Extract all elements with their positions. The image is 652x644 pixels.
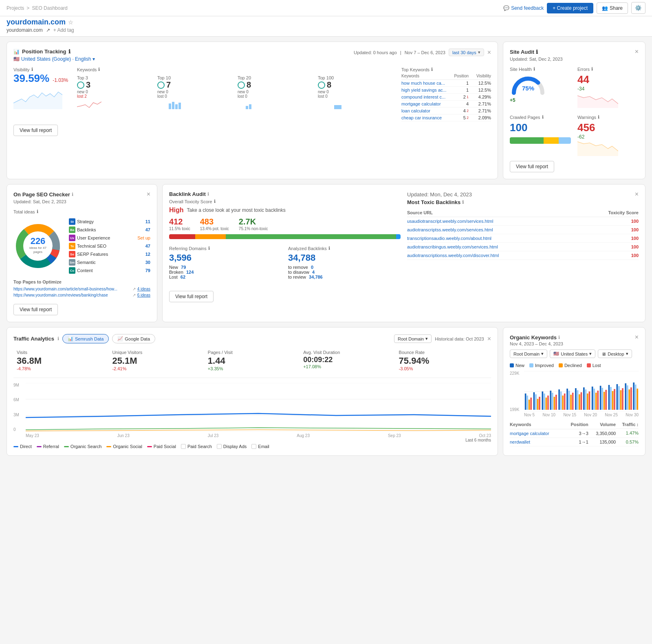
sa-updated: Updated: Sat, Dec 2, 2023 bbox=[510, 57, 639, 62]
page-ideas-link[interactable]: 6 ideas bbox=[137, 293, 150, 297]
toxic-link[interactable]: audiotranscriptionss.weebly.com/discover… bbox=[407, 253, 499, 258]
ok-new-legend: New bbox=[510, 363, 524, 368]
pt-view-full-report-button[interactable]: View full report bbox=[13, 125, 58, 136]
toxic-link[interactable]: audiotranscribingus.weebly.com/services.… bbox=[407, 244, 498, 249]
ideas-info-icon[interactable]: ℹ bbox=[37, 209, 38, 214]
breadcrumb-projects[interactable]: Projects bbox=[7, 5, 24, 11]
visibility-info-icon[interactable]: ℹ bbox=[31, 67, 33, 72]
visibility-label: Visibility ℹ bbox=[13, 67, 70, 72]
create-project-button[interactable]: + Create project bbox=[547, 3, 593, 13]
settings-button[interactable]: ⚙️ bbox=[631, 2, 645, 14]
ok-country-filter[interactable]: 🇺🇸 United States ▾ bbox=[550, 349, 595, 358]
ok-table-row: mortgage calculator 3→3 3,350,000 1.47% bbox=[510, 429, 639, 437]
ba-tox-info-icon[interactable]: ℹ bbox=[214, 199, 216, 204]
keywords-info-icon[interactable]: ℹ bbox=[98, 67, 100, 72]
svg-rect-62 bbox=[595, 393, 597, 410]
pt-date-range-picker[interactable]: last 30 days ▾ bbox=[449, 48, 484, 56]
svg-rect-37 bbox=[544, 393, 545, 410]
ba-info-icon[interactable]: ℹ bbox=[207, 191, 209, 197]
kw-link[interactable]: high yield savings ac... bbox=[401, 88, 448, 92]
ideas-donut: 226 ideas for 47 pages bbox=[13, 222, 62, 270]
legend-code: Sm bbox=[69, 259, 75, 266]
ok-info-icon[interactable]: ℹ bbox=[558, 335, 560, 340]
ops-view-full-report-button[interactable]: View full report bbox=[13, 304, 58, 315]
ta-info-icon[interactable]: ℹ bbox=[57, 336, 59, 341]
top-kw-info-icon[interactable]: ℹ bbox=[431, 67, 433, 72]
top10-circle-icon bbox=[157, 81, 165, 89]
domain-url-link[interactable]: yourdomain.com bbox=[7, 27, 43, 33]
share-button[interactable]: 👥 Share bbox=[597, 2, 628, 14]
health-change: +5 bbox=[510, 97, 571, 103]
most-toxic-info-icon[interactable]: ℹ bbox=[462, 200, 464, 205]
star-icon[interactable]: ☆ bbox=[68, 19, 73, 26]
ta-close-icon[interactable]: × bbox=[487, 336, 491, 342]
ba-close-icon[interactable]: × bbox=[635, 191, 639, 198]
pt-close-icon[interactable]: × bbox=[487, 49, 491, 56]
ok-lost-legend: Lost bbox=[587, 363, 601, 368]
pt-info-icon[interactable]: ℹ bbox=[68, 48, 70, 55]
ta-root-domain-dropdown[interactable]: Root Domain ▾ bbox=[394, 334, 432, 343]
add-tag-button[interactable]: + Add tag bbox=[53, 27, 74, 33]
ba-view-full-report-button[interactable]: View full report bbox=[169, 291, 214, 302]
warnings-info-icon[interactable]: ℹ bbox=[598, 114, 599, 120]
analyzed-info-icon[interactable]: ℹ bbox=[328, 246, 330, 251]
sa-info-icon[interactable]: ℹ bbox=[536, 49, 538, 55]
ok-device-filter[interactable]: 🖥 Desktop ▾ bbox=[598, 349, 632, 358]
ok-root-domain-arrow: ▾ bbox=[541, 351, 544, 356]
page-ideas-link[interactable]: 4 ideas bbox=[137, 287, 150, 291]
ta-line-chart bbox=[26, 383, 491, 432]
errors-info-icon[interactable]: ℹ bbox=[591, 66, 593, 72]
health-info-icon[interactable]: ℹ bbox=[533, 66, 535, 72]
sa-errors: Errors ℹ 44 -34 bbox=[577, 66, 639, 108]
toxic-score-cell: 100 bbox=[581, 226, 639, 234]
ref-domains-value: 3,596 bbox=[169, 253, 282, 263]
kw-link[interactable]: cheap car insurance bbox=[401, 115, 448, 120]
kw-link[interactable]: mortgage calculator bbox=[401, 101, 448, 106]
top100-chart bbox=[318, 99, 342, 110]
svg-text:75%: 75% bbox=[522, 85, 534, 92]
kw-link[interactable]: how much house ca... bbox=[401, 81, 448, 86]
ref-info-icon[interactable]: ℹ bbox=[208, 246, 210, 251]
ok-kw-link[interactable]: mortgage calculator bbox=[510, 431, 549, 436]
kw-position: 2 1 bbox=[448, 95, 469, 99]
sa-view-full-report-button[interactable]: View full report bbox=[510, 161, 554, 172]
toxic-table-row: transcriptionsaudio.weebly.com/about.htm… bbox=[407, 234, 639, 243]
send-feedback-link[interactable]: 💬 Send feedback bbox=[503, 5, 544, 11]
top3-label: Top 3 bbox=[77, 75, 154, 80]
location-dropdown-icon: ▾ bbox=[93, 56, 95, 62]
legend-item: Co Content 79 bbox=[69, 266, 150, 275]
svg-rect-53 bbox=[577, 390, 579, 410]
toxicity-level: High bbox=[169, 207, 184, 214]
sa-close-icon[interactable]: × bbox=[635, 48, 639, 55]
toxic-link[interactable]: usaudiotranscript.weebly.com/services.ht… bbox=[407, 219, 493, 224]
kw-link[interactable]: loan calculator bbox=[401, 108, 448, 113]
ops-info-icon[interactable]: ℹ bbox=[72, 192, 73, 197]
pt-location[interactable]: 🇺🇸 United States (Google) · English ▾ bbox=[13, 56, 491, 62]
ok-kw-link[interactable]: nerdwallet bbox=[510, 440, 530, 444]
legend-label: User Experience bbox=[77, 235, 110, 240]
toxic-link[interactable]: audiotranscriptss.weebly.com/services.ht… bbox=[407, 227, 493, 232]
ok-close-icon[interactable]: × bbox=[635, 334, 639, 341]
toxic-rows-body: usaudiotranscript.weebly.com/services.ht… bbox=[407, 217, 639, 260]
page-link[interactable]: https://www.yourdomain.com/reviews/banki… bbox=[13, 293, 131, 297]
ta-semrush-tab[interactable]: 📊 Semrush Data bbox=[62, 334, 109, 343]
ta-header: Traffic Analytics ℹ 📊 Semrush Data 📈 Goo… bbox=[13, 334, 491, 343]
ops-close-icon[interactable]: × bbox=[147, 191, 150, 198]
svg-rect-51 bbox=[572, 393, 574, 410]
crawled-info-icon[interactable]: ℹ bbox=[542, 114, 544, 120]
ok-root-domain-filter[interactable]: Root Domain ▾ bbox=[510, 349, 547, 358]
toxic-link[interactable]: transcriptionsaudio.weebly.com/about.htm… bbox=[407, 236, 491, 241]
svg-rect-32 bbox=[533, 392, 535, 410]
top10-lost: lost 0 bbox=[157, 94, 234, 99]
kw-link[interactable]: compound interest c... bbox=[401, 95, 448, 99]
legend-paid-search: Paid Search bbox=[181, 444, 212, 449]
legend-label: Backlinks bbox=[77, 227, 96, 232]
flag-us-icon: 🇺🇸 bbox=[13, 56, 20, 62]
ok-header: Organic Keywords ℹ × bbox=[510, 334, 639, 341]
top20-chart bbox=[238, 99, 262, 110]
svg-rect-30 bbox=[529, 400, 530, 410]
legend-setup-link[interactable]: Set up bbox=[137, 235, 150, 240]
errors-value: 44 bbox=[577, 73, 639, 86]
page-link[interactable]: https://www.yourdomain.com/article/small… bbox=[13, 287, 131, 291]
ta-google-tab[interactable]: 📈 Google Data bbox=[112, 334, 155, 343]
